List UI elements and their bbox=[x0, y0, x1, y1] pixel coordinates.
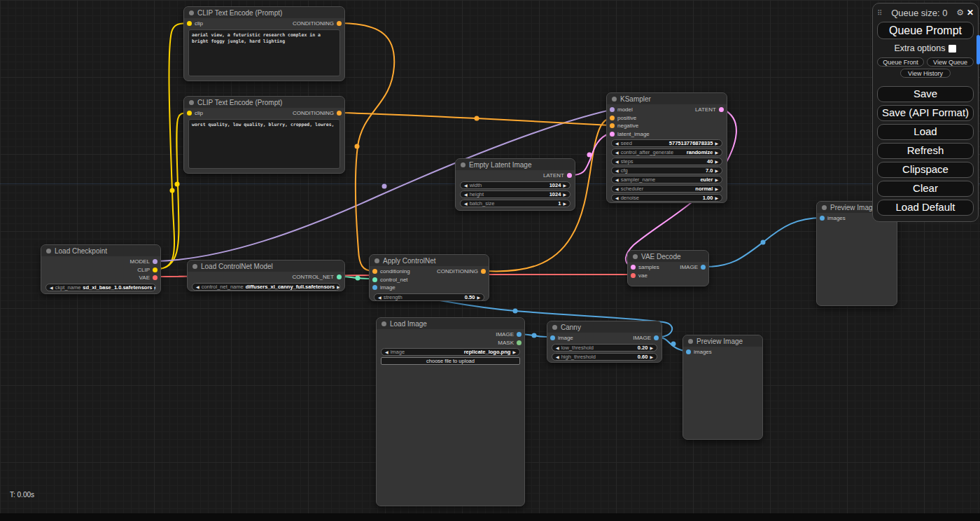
clipspace-button[interactable]: Clipspace bbox=[877, 162, 974, 178]
increment-arrow-icon[interactable]: ▶ bbox=[563, 183, 566, 188]
load-image-title[interactable]: Load Image bbox=[377, 318, 524, 329]
decrement-arrow-icon[interactable]: ◀ bbox=[615, 168, 619, 173]
decrement-arrow-icon[interactable]: ◀ bbox=[556, 345, 559, 350]
queue-prompt-button[interactable]: Queue Prompt bbox=[877, 22, 974, 39]
increment-arrow-icon[interactable]: ▶ bbox=[715, 141, 718, 146]
preview-image-bottom-title[interactable]: Preview Image bbox=[683, 335, 762, 347]
ksampler-cfg-widget[interactable]: ◀cfg7.0▶ bbox=[611, 167, 722, 174]
save-button[interactable]: Save bbox=[877, 86, 974, 102]
input-slot-dot[interactable] bbox=[631, 265, 636, 270]
extra-options-checkbox[interactable] bbox=[948, 45, 956, 53]
vae-decode[interactable]: VAE DecodesamplesIMAGEvae bbox=[627, 250, 709, 286]
input-slot-dot[interactable] bbox=[550, 335, 555, 340]
preview-image-bottom[interactable]: Preview Imageimages bbox=[682, 335, 763, 440]
ksampler[interactable]: KSamplermodelLATENTpositivenegativelaten… bbox=[606, 92, 727, 203]
decrement-arrow-icon[interactable]: ◀ bbox=[615, 150, 619, 155]
output-slot-dot[interactable] bbox=[701, 265, 706, 270]
decrement-arrow-icon[interactable]: ◀ bbox=[385, 349, 388, 354]
collapse-dot-icon[interactable] bbox=[633, 254, 638, 259]
output-slot-dot[interactable] bbox=[337, 111, 342, 116]
apply-controlnet[interactable]: Apply ControlNetconditioningCONDITIONING… bbox=[369, 254, 489, 301]
clip-text-encode-positive[interactable]: CLIP Text Encode (Prompt)clipCONDITIONIN… bbox=[183, 6, 345, 81]
clip-text-encode-positive-prompt-text[interactable]: aerial view, a futuristic research compl… bbox=[188, 29, 340, 77]
load-checkpoint-title[interactable]: Load Checkpoint bbox=[41, 245, 160, 256]
empty-latent-image-title[interactable]: Empty Latent Image bbox=[456, 159, 575, 170]
ksampler-title[interactable]: KSampler bbox=[607, 93, 727, 104]
decrement-arrow-icon[interactable]: ◀ bbox=[464, 192, 468, 197]
decrement-arrow-icon[interactable]: ◀ bbox=[464, 201, 468, 206]
output-slot-dot[interactable] bbox=[654, 335, 659, 340]
canny[interactable]: CannyimageIMAGE◀low_threshold0.20▶◀high_… bbox=[547, 321, 662, 363]
output-slot-dot[interactable] bbox=[153, 268, 158, 272]
load-default-button[interactable]: Load Default bbox=[877, 200, 974, 216]
apply-controlnet-title[interactable]: Apply ControlNet bbox=[370, 255, 489, 266]
empty-latent-image-batch_size-widget[interactable]: ◀batch_size1▶ bbox=[460, 200, 570, 207]
increment-arrow-icon[interactable]: ▶ bbox=[715, 177, 718, 182]
decrement-arrow-icon[interactable]: ◀ bbox=[556, 354, 559, 359]
ksampler-sampler_name-widget[interactable]: ◀sampler_nameeuler▶ bbox=[611, 176, 722, 183]
input-slot-dot[interactable] bbox=[372, 269, 377, 274]
decrement-arrow-icon[interactable]: ◀ bbox=[615, 141, 619, 146]
ksampler-seed-widget[interactable]: ◀seed577513776878335▶ bbox=[611, 139, 722, 147]
collapse-dot-icon[interactable] bbox=[189, 100, 194, 105]
decrement-arrow-icon[interactable]: ◀ bbox=[378, 295, 382, 300]
increment-arrow-icon[interactable]: ▶ bbox=[715, 150, 718, 155]
decrement-arrow-icon[interactable]: ◀ bbox=[615, 186, 619, 191]
clip-text-encode-negative-title[interactable]: CLIP Text Encode (Prompt) bbox=[184, 97, 344, 108]
canny-title[interactable]: Canny bbox=[547, 321, 662, 333]
increment-arrow-icon[interactable]: ▶ bbox=[337, 284, 340, 289]
load-image-image-widget[interactable]: ◀imagereplicate_logo.png▶ bbox=[381, 348, 520, 356]
decrement-arrow-icon[interactable]: ◀ bbox=[615, 177, 619, 182]
output-slot-dot[interactable] bbox=[567, 173, 572, 178]
collapse-dot-icon[interactable] bbox=[382, 321, 386, 326]
collapse-dot-icon[interactable] bbox=[189, 11, 194, 15]
output-slot-dot[interactable] bbox=[337, 21, 342, 26]
input-slot-dot[interactable] bbox=[610, 123, 615, 128]
ksampler-scheduler-widget[interactable]: ◀schedulernormal▶ bbox=[611, 185, 722, 193]
output-slot-dot[interactable] bbox=[337, 275, 342, 279]
clip-text-encode-negative[interactable]: CLIP Text Encode (Prompt)clipCONDITIONIN… bbox=[183, 96, 345, 174]
increment-arrow-icon[interactable]: ▶ bbox=[650, 345, 653, 350]
load-controlnet-model-title[interactable]: Load ControlNet Model bbox=[188, 260, 344, 272]
increment-arrow-icon[interactable]: ▶ bbox=[715, 195, 718, 200]
output-slot-dot[interactable] bbox=[517, 340, 522, 345]
decrement-arrow-icon[interactable]: ◀ bbox=[196, 284, 200, 289]
load-image[interactable]: Load ImageIMAGEMASK◀imagereplicate_logo.… bbox=[376, 317, 525, 506]
input-slot-dot[interactable] bbox=[610, 132, 615, 137]
increment-arrow-icon[interactable]: ▶ bbox=[477, 295, 480, 300]
clip-text-encode-negative-prompt-text[interactable]: worst quality, low quality, blurry, crop… bbox=[188, 119, 340, 169]
collapse-dot-icon[interactable] bbox=[552, 325, 557, 330]
input-slot-dot[interactable] bbox=[820, 216, 825, 221]
collapse-dot-icon[interactable] bbox=[374, 258, 379, 263]
input-slot-dot[interactable] bbox=[372, 285, 377, 290]
increment-arrow-icon[interactable]: ▶ bbox=[512, 349, 516, 354]
load-checkpoint[interactable]: Load CheckpointMODELCLIPVAE◀ckpt_namesd_… bbox=[41, 244, 161, 294]
increment-arrow-icon[interactable]: ▶ bbox=[650, 354, 653, 359]
load-controlnet-model-control_net_name-widget[interactable]: ◀control_net_namediffusers_xl_canny_full… bbox=[192, 283, 340, 291]
collapse-dot-icon[interactable] bbox=[612, 97, 617, 102]
canny-low_threshold-widget[interactable]: ◀low_threshold0.20▶ bbox=[552, 344, 657, 352]
view-history-button[interactable]: View History bbox=[900, 69, 951, 78]
load-button[interactable]: Load bbox=[877, 124, 974, 140]
output-slot-dot[interactable] bbox=[153, 275, 158, 280]
input-slot-dot[interactable] bbox=[610, 107, 615, 112]
queue-front-button[interactable]: Queue Front bbox=[877, 57, 924, 67]
input-slot-dot[interactable] bbox=[372, 277, 377, 282]
input-slot-dot[interactable] bbox=[610, 116, 615, 120]
increment-arrow-icon[interactable]: ▶ bbox=[715, 168, 718, 173]
canny-high_threshold-widget[interactable]: ◀high_threshold0.60▶ bbox=[552, 353, 657, 361]
empty-latent-image-width-widget[interactable]: ◀width1024▶ bbox=[460, 181, 570, 189]
empty-latent-image-height-widget[interactable]: ◀height1024▶ bbox=[460, 190, 570, 198]
refresh-button[interactable]: Refresh bbox=[877, 143, 974, 159]
ksampler-steps-widget[interactable]: ◀steps40▶ bbox=[611, 158, 722, 165]
increment-arrow-icon[interactable]: ▶ bbox=[715, 159, 718, 164]
input-slot-dot[interactable] bbox=[686, 349, 691, 354]
output-slot-dot[interactable] bbox=[481, 269, 486, 274]
input-slot-dot[interactable] bbox=[187, 21, 192, 26]
increment-arrow-icon[interactable]: ▶ bbox=[563, 192, 566, 197]
output-slot-dot[interactable] bbox=[719, 107, 724, 112]
close-icon[interactable]: ✕ bbox=[967, 8, 974, 18]
save-api-format-button[interactable]: Save (API Format) bbox=[877, 105, 974, 121]
collapse-dot-icon[interactable] bbox=[688, 339, 693, 344]
increment-arrow-icon[interactable]: ▶ bbox=[155, 285, 156, 290]
